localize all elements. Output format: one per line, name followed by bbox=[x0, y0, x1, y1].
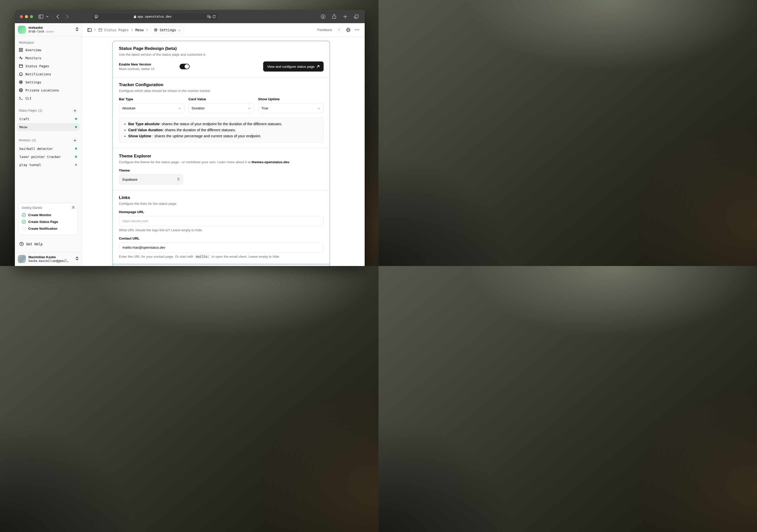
user-menu[interactable]: Maximilian Kaske kaske.maximilian@gmail… bbox=[15, 252, 81, 266]
close-window-button[interactable] bbox=[20, 15, 23, 18]
monitor-dot-inactive bbox=[75, 164, 77, 166]
breadcrumb-status-pages[interactable]: Status Pages bbox=[99, 28, 129, 32]
tracker-description: Configure which data should be shown in … bbox=[119, 89, 323, 93]
chevrons-up-down-icon bbox=[177, 177, 180, 182]
browser-sidebar-toggle-icon[interactable] bbox=[37, 13, 45, 20]
address-bar[interactable]: app.openstatus.dev A文 bbox=[92, 13, 218, 20]
sidebar-item-settings[interactable]: Settings bbox=[17, 78, 79, 86]
workspace-switcher[interactable]: mxkaske drab-lock starter bbox=[15, 23, 81, 36]
browser-window: app.openstatus.dev A文 bbox=[15, 10, 365, 266]
traffic-lights[interactable] bbox=[20, 15, 33, 18]
homepage-url-help: What URL should the logo link to? Leave … bbox=[119, 228, 323, 232]
bar-type-select[interactable]: Absolute bbox=[119, 103, 184, 113]
themes-link[interactable]: themes.openstatus.dev bbox=[252, 160, 289, 164]
gear-icon bbox=[154, 28, 158, 32]
chevron-down-icon bbox=[178, 28, 181, 32]
enable-new-version-toggle[interactable] bbox=[180, 64, 190, 69]
sidebar-item-status-pages[interactable]: Status Pages bbox=[17, 62, 79, 70]
add-monitor-button[interactable] bbox=[72, 138, 77, 143]
gear-icon bbox=[19, 80, 23, 84]
status-page-settings-card: Status Page Redesign (beta) Use the late… bbox=[112, 41, 330, 266]
tracker-configuration-section: Tracker Configuration Configure which da… bbox=[113, 77, 330, 148]
monitor-item-hairball-detector[interactable]: hairball detector bbox=[17, 144, 79, 153]
homepage-url-label: Homepage URL bbox=[119, 210, 323, 214]
reload-icon[interactable] bbox=[213, 15, 216, 18]
downloads-icon[interactable] bbox=[319, 13, 327, 20]
workspace-project: drab-lock starter bbox=[28, 30, 54, 34]
svg-text:A: A bbox=[208, 15, 209, 17]
sidebar-toggle-icon[interactable] bbox=[87, 28, 92, 32]
info-bullet: Bar Type absolute: shares the status of … bbox=[128, 121, 319, 127]
chevrons-up-down-icon bbox=[76, 27, 78, 32]
sidebar-item-overview[interactable]: Overview bbox=[17, 46, 79, 54]
svg-text:文: 文 bbox=[209, 16, 211, 18]
redesign-title: Status Page Redesign (beta) bbox=[119, 46, 323, 51]
chevron-right-icon bbox=[94, 28, 96, 32]
sidebar-item-monitors[interactable]: Monitors bbox=[17, 54, 79, 62]
theme-select[interactable]: Supabase bbox=[119, 174, 183, 184]
reader-mode-icon[interactable] bbox=[94, 15, 98, 18]
theme-explorer-section: Theme Explorer Configure the theme for t… bbox=[113, 149, 330, 190]
new-tab-icon[interactable] bbox=[342, 13, 349, 20]
contact-url-help: Enter the URL for your contact page. Or … bbox=[119, 255, 323, 259]
card-value-label: Card Value bbox=[188, 97, 254, 101]
card-footer: Learn more about Status Page Redesign (b… bbox=[113, 264, 330, 266]
mailto-code-chip: mailto: bbox=[195, 254, 211, 259]
breadcrumb-tab-settings[interactable]: Settings bbox=[150, 26, 184, 34]
share-icon[interactable] bbox=[330, 13, 338, 20]
sidebar-item-cli[interactable]: CLI bbox=[17, 94, 79, 102]
getting-started-create-monitor[interactable]: Create Monitor bbox=[22, 212, 75, 218]
workspace-section-label: Workspace bbox=[17, 39, 79, 46]
homepage-url-input[interactable] bbox=[119, 216, 323, 226]
view-configure-status-page-button[interactable]: View and configure status page bbox=[263, 61, 323, 72]
status-dot-operational bbox=[75, 118, 77, 120]
sidebar-menu-chevron-icon[interactable] bbox=[45, 13, 49, 20]
forward-button[interactable] bbox=[63, 13, 71, 20]
chevrons-up-down-icon bbox=[76, 256, 78, 262]
chevron-right-icon bbox=[146, 28, 148, 32]
status-pages-section-label: Status Pages(2) bbox=[17, 106, 79, 115]
minimize-window-button[interactable] bbox=[25, 15, 28, 18]
sidebar-item-private-locations[interactable]: Private Locations bbox=[17, 86, 79, 94]
theme-label: Theme bbox=[119, 169, 323, 172]
grid-icon bbox=[19, 48, 23, 52]
globe-icon[interactable] bbox=[346, 28, 350, 32]
get-help-button[interactable]: Get Help bbox=[17, 239, 79, 249]
enable-new-version-label: Enable New Version bbox=[119, 62, 155, 66]
tab-overview-icon[interactable] bbox=[352, 13, 360, 20]
status-page-item-meow[interactable]: Meow bbox=[17, 123, 79, 131]
sidebar-item-notifications[interactable]: Notifications bbox=[17, 70, 79, 78]
bell-icon bbox=[19, 72, 23, 76]
add-status-page-button[interactable] bbox=[72, 108, 77, 113]
more-options-icon[interactable] bbox=[354, 29, 359, 30]
redesign-section: Status Page Redesign (beta) Use the late… bbox=[113, 41, 330, 77]
workspace-plan: starter bbox=[46, 30, 54, 33]
getting-started-title: Getting Started bbox=[22, 206, 42, 209]
card-value-select[interactable]: Duration bbox=[188, 103, 254, 113]
feedback-button[interactable]: Feedback bbox=[317, 28, 332, 32]
url-text[interactable]: app.openstatus.dev bbox=[98, 15, 207, 18]
getting-started-create-status-page[interactable]: Create Status Page bbox=[22, 218, 75, 225]
back-button[interactable] bbox=[54, 13, 61, 20]
lock-icon bbox=[134, 15, 136, 18]
monitor-item-laser-pointer-tracker[interactable]: laser pointer tracker bbox=[17, 153, 79, 161]
zoom-window-button[interactable] bbox=[30, 15, 33, 18]
workspace-avatar bbox=[18, 26, 26, 34]
breadcrumb-meow[interactable]: Meow bbox=[136, 28, 144, 32]
app-sidebar: mxkaske drab-lock starter Workspace Over… bbox=[15, 23, 82, 266]
panel-top-icon bbox=[19, 64, 23, 68]
show-uptime-label: Show Uptime bbox=[258, 97, 323, 101]
monitor-item-play-tunnel[interactable]: play tunnel bbox=[17, 161, 79, 169]
info-bullet: Show Uptime : shares the uptime percenta… bbox=[128, 133, 319, 139]
getting-started-create-notification[interactable]: Create Notification bbox=[22, 225, 75, 232]
contact-url-input[interactable] bbox=[119, 242, 323, 252]
links-title: Links bbox=[119, 195, 323, 200]
translate-icon[interactable]: A文 bbox=[207, 15, 211, 18]
plus-icon bbox=[74, 109, 76, 112]
user-avatar bbox=[18, 255, 26, 263]
links-section: Links Configure the links for the status… bbox=[113, 190, 330, 264]
user-email: kaske.maximilian@gmail… bbox=[28, 259, 69, 263]
close-icon[interactable] bbox=[72, 206, 75, 209]
status-page-item-craft[interactable]: Craft bbox=[17, 115, 79, 123]
show-uptime-select[interactable]: True bbox=[258, 103, 323, 113]
